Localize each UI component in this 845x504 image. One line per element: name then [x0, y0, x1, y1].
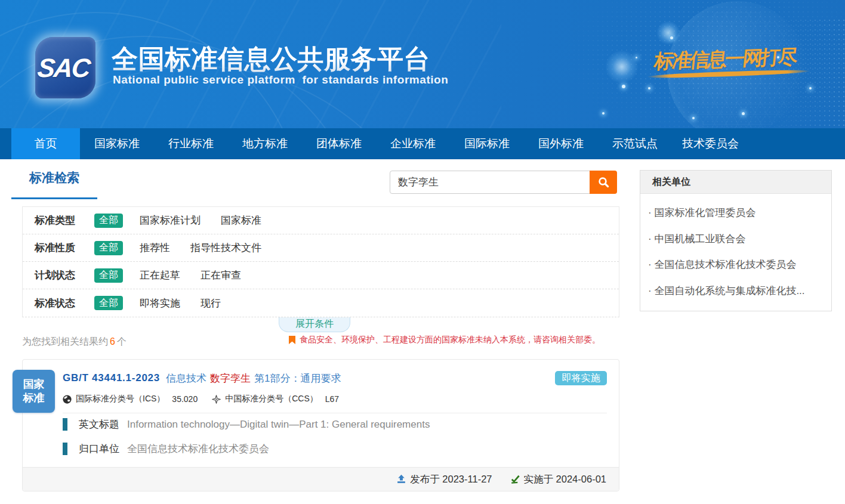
result-summary-suffix: 个 — [117, 336, 127, 347]
ccs-value: L67 — [325, 394, 339, 404]
title-highlight-keyword[interactable]: 数字孪生 — [210, 372, 251, 385]
nav-item-national-standards[interactable]: 国家标准 — [80, 128, 154, 159]
nav-link-national-standards[interactable]: 国家标准 — [80, 128, 154, 159]
filter-selected-all-badge[interactable]: 全部 — [94, 214, 123, 228]
search-input[interactable] — [390, 171, 590, 194]
compass-icon — [212, 395, 221, 404]
spark-dot-decor — [622, 85, 625, 88]
nav-item-international-standards[interactable]: 国际标准 — [450, 128, 524, 159]
filter-row-standard-nature: 标准性质 全部 推荐性 指导性技术文件 — [23, 234, 619, 262]
spark-dot-decor — [648, 87, 650, 89]
ics-meta: 国际标准分类号（ICS） 35.020 — [63, 394, 198, 404]
status-badge: 即将实施 — [555, 371, 607, 385]
card-footer: 发布于 2023-11-27 实施于 2024-06-01 — [23, 467, 619, 491]
nav-link-industry-standards[interactable]: 行业标准 — [154, 128, 228, 159]
spark-dot-decor — [602, 112, 605, 115]
related-units-title: 相关单位 — [640, 171, 831, 194]
site-subtitle: National public service platform for sta… — [113, 73, 448, 86]
result-count: 6 — [108, 336, 117, 347]
filter-option[interactable]: 正在起草 — [140, 268, 180, 282]
published-date: 2023-11-27 — [442, 474, 492, 485]
filter-option[interactable]: 即将实施 — [140, 296, 180, 310]
filter-label: 标准类型 — [35, 214, 94, 227]
related-units-panel: 相关单位 国家标准化管理委员会 中国机械工业联合会 全国信息技术标准化技术委员会… — [640, 170, 832, 311]
sac-logo[interactable]: SAC — [35, 37, 95, 98]
filter-options: 推荐性 指导性技术文件 — [140, 241, 282, 255]
filter-options: 即将实施 现行 — [140, 296, 241, 310]
site-title: 全国标准信息公共服务平台 — [112, 42, 430, 77]
nav-item-home[interactable]: 首页 — [11, 128, 80, 159]
committee-label: 归口单位 — [79, 442, 119, 456]
header-banner: SAC 全国标准信息公共服务平台 National public service… — [0, 0, 845, 128]
filter-selected-all-badge[interactable]: 全部 — [94, 241, 123, 255]
published-label: 发布于 — [410, 473, 440, 486]
filter-option[interactable]: 国家标准计划 — [140, 214, 201, 227]
related-unit-item[interactable]: 中国机械工业联合会 — [640, 226, 831, 252]
tab-standard-search[interactable]: 标准检索 — [11, 167, 97, 199]
nav-link-home[interactable]: 首页 — [11, 128, 80, 159]
filter-selected-all-badge[interactable]: 全部 — [94, 296, 123, 310]
standard-type-badge-line2: 标准 — [13, 391, 55, 405]
title-part[interactable]: 第1部分：通用要求 — [254, 372, 341, 385]
result-summary-prefix: 为您找到相关结果约 — [22, 336, 108, 347]
spark-dot-decor — [636, 57, 637, 58]
filter-label: 标准性质 — [35, 241, 94, 255]
nav-link-technical-committee[interactable]: 技术委员会 — [672, 128, 749, 159]
expand-conditions-button[interactable]: 展开条件 — [279, 317, 350, 332]
implemented-date-item: 实施于 2024-06-01 — [510, 473, 607, 486]
check-icon — [510, 474, 520, 484]
filter-option[interactable]: 现行 — [201, 296, 221, 310]
card-divider — [63, 413, 607, 413]
teal-bar-decor — [63, 443, 67, 455]
result-title[interactable]: GB/T 43441.1-2023 信息技术 数字孪生 第1部分：通用要求 — [63, 371, 341, 385]
ics-label: 国际标准分类号（ICS） — [76, 394, 165, 404]
english-title-label: 英文标题 — [79, 418, 119, 431]
result-card: 国家 标准 GB/T 43441.1-2023 信息技术 数字孪生 第1部分：通… — [22, 359, 619, 491]
nav-link-group-standards[interactable]: 团体标准 — [302, 128, 376, 159]
standard-code[interactable]: GB/T 43441.1-2023 — [63, 372, 160, 384]
implemented-label: 实施于 — [524, 473, 554, 486]
search-button[interactable] — [590, 171, 617, 194]
result-summary: 为您找到相关结果约6个 — [22, 336, 127, 348]
filter-panel: 标准类型 全部 国家标准计划 国家标准 标准性质 全部 推荐性 指导性技术文件 … — [22, 206, 619, 317]
published-date-item: 发布于 2023-11-27 — [396, 473, 492, 486]
nav-item-pilot[interactable]: 示范试点 — [598, 128, 672, 159]
related-unit-item[interactable]: 国家标准化管理委员会 — [640, 200, 831, 226]
related-unit-item[interactable]: 全国自动化系统与集成标准化技... — [640, 278, 831, 304]
spark-dot-decor — [692, 117, 695, 119]
filter-row-plan-status: 计划状态 全部 正在起草 正在审查 — [23, 262, 619, 289]
nav-link-international-standards[interactable]: 国际标准 — [450, 128, 524, 159]
nav-item-group-standards[interactable]: 团体标准 — [302, 128, 376, 159]
notice-line: 食品安全、环境保护、工程建设方面的国家标准未纳入本系统，请咨询相关部委。 — [289, 335, 600, 345]
implemented-date: 2024-06-01 — [556, 474, 606, 485]
ccs-label: 中国标准分类号（CCS） — [225, 394, 318, 404]
nav-item-enterprise-standards[interactable]: 企业标准 — [376, 128, 450, 159]
tab-active-underline — [11, 197, 97, 199]
nav-item-technical-committee[interactable]: 技术委员会 — [672, 128, 749, 159]
nav-link-foreign-standards[interactable]: 国外标准 — [524, 128, 598, 159]
filter-option[interactable]: 正在审查 — [201, 268, 241, 282]
committee-row: 归口单位 全国信息技术标准化技术委员会 — [63, 443, 269, 455]
nav-link-pilot[interactable]: 示范试点 — [598, 128, 672, 159]
english-title-value: Information technology—Digital twin—Part… — [127, 419, 430, 431]
nav-link-local-standards[interactable]: 地方标准 — [228, 128, 302, 159]
filter-option[interactable]: 国家标准 — [221, 214, 261, 227]
bookmark-flag-icon — [289, 336, 295, 344]
classification-meta-row: 国际标准分类号（ICS） 35.020 中国标准分类号（CCS） L67 — [63, 394, 339, 404]
filter-selected-all-badge[interactable]: 全部 — [94, 268, 123, 283]
nav-item-industry-standards[interactable]: 行业标准 — [154, 128, 228, 159]
filter-option[interactable]: 指导性技术文件 — [190, 241, 261, 255]
search-icon — [597, 176, 610, 188]
nav-link-enterprise-standards[interactable]: 企业标准 — [376, 128, 450, 159]
title-part[interactable]: 信息技术 — [166, 372, 206, 385]
spark-dot-decor — [742, 112, 745, 115]
page: SAC 全国标准信息公共服务平台 National public service… — [0, 0, 845, 504]
nav-list: 首页 国家标准 行业标准 地方标准 团体标准 企业标准 国际标准 国外标准 示范… — [11, 128, 845, 159]
related-unit-item[interactable]: 全国信息技术标准化技术委员会 — [640, 252, 831, 278]
filter-option[interactable]: 推荐性 — [140, 241, 170, 255]
nav-item-local-standards[interactable]: 地方标准 — [228, 128, 302, 159]
committee-value: 全国信息技术标准化技术委员会 — [127, 442, 269, 456]
nav-item-foreign-standards[interactable]: 国外标准 — [524, 128, 598, 159]
spark-dot-decor — [809, 87, 812, 89]
notice-text: 食品安全、环境保护、工程建设方面的国家标准未纳入本系统，请咨询相关部委。 — [300, 335, 600, 345]
